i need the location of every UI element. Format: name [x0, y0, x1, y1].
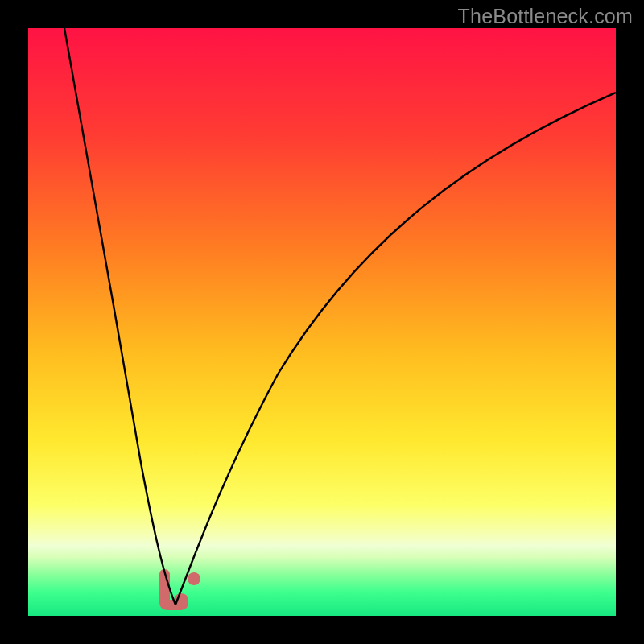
- right-curve: [175, 93, 616, 605]
- watermark-text: TheBottleneck.com: [458, 5, 633, 28]
- left-curve: [64, 28, 175, 605]
- outer-frame: TheBottleneck.com: [0, 0, 644, 644]
- plot-area: [28, 28, 616, 616]
- svg-point-1: [188, 572, 200, 585]
- curves-layer: [28, 28, 616, 616]
